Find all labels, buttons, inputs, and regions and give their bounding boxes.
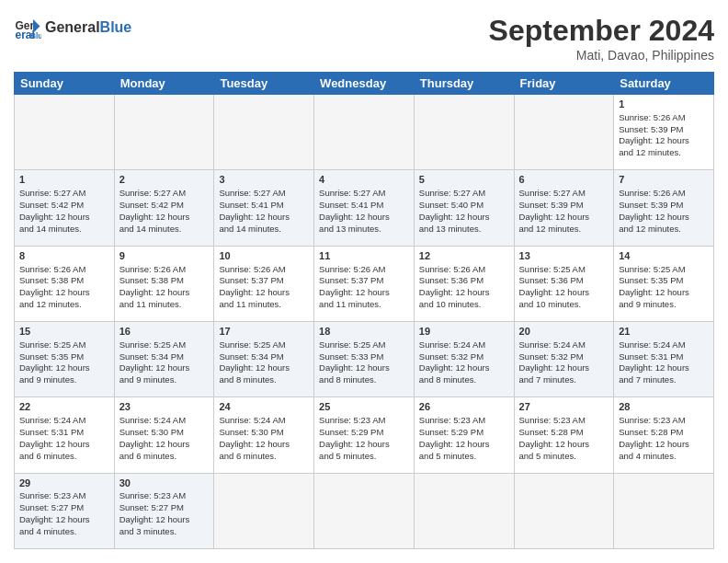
day-info: and 12 minutes.: [519, 224, 609, 236]
table-row: 8Sunrise: 5:26 AMSunset: 5:38 PMDaylight…: [15, 246, 115, 321]
table-row: [314, 95, 415, 170]
day-number: 8: [19, 249, 109, 263]
day-info: and 13 minutes.: [419, 224, 509, 236]
day-number: 11: [319, 249, 409, 263]
calendar-week-row: 1Sunrise: 5:26 AMSunset: 5:39 PMDaylight…: [15, 95, 714, 170]
day-info: Sunrise: 5:25 AM: [119, 339, 210, 351]
day-info: Sunset: 5:37 PM: [319, 275, 409, 287]
table-row: 3Sunrise: 5:27 AMSunset: 5:41 PMDaylight…: [214, 170, 314, 246]
day-info: Sunrise: 5:26 AM: [219, 264, 309, 276]
day-info: Sunset: 5:39 PM: [619, 200, 709, 212]
day-info: Daylight: 12 hours: [19, 514, 109, 526]
table-row: 14Sunrise: 5:25 AMSunset: 5:35 PMDayligh…: [614, 246, 714, 321]
day-info: Sunset: 5:28 PM: [619, 427, 709, 439]
day-info: Sunset: 5:31 PM: [619, 351, 709, 363]
day-info: Sunrise: 5:26 AM: [319, 264, 409, 276]
day-info: Sunrise: 5:27 AM: [319, 188, 409, 200]
day-info: Sunrise: 5:27 AM: [419, 188, 509, 200]
day-info: and 14 minutes.: [219, 224, 309, 236]
day-info: Sunset: 5:41 PM: [319, 200, 409, 212]
day-info: Sunset: 5:39 PM: [519, 200, 609, 212]
day-info: Daylight: 12 hours: [19, 362, 109, 374]
day-info: Sunrise: 5:23 AM: [619, 415, 709, 427]
day-info: Sunset: 5:29 PM: [419, 427, 509, 439]
calendar-week-row: 15Sunrise: 5:25 AMSunset: 5:35 PMDayligh…: [15, 321, 714, 396]
table-row: 16Sunrise: 5:25 AMSunset: 5:34 PMDayligh…: [114, 321, 214, 396]
day-info: and 12 minutes.: [19, 299, 109, 311]
day-info: Daylight: 12 hours: [119, 514, 210, 526]
day-info: and 6 minutes.: [19, 451, 109, 463]
calendar-week-row: 1Sunrise: 5:27 AMSunset: 5:42 PMDaylight…: [15, 170, 714, 246]
day-info: Sunset: 5:32 PM: [419, 351, 509, 363]
day-info: Sunset: 5:35 PM: [619, 275, 709, 287]
day-info: Daylight: 12 hours: [519, 212, 609, 224]
logo-wordmark: GeneralBlue: [45, 19, 131, 36]
day-info: Daylight: 12 hours: [119, 287, 210, 299]
col-wednesday: Wednesday: [314, 73, 415, 95]
day-info: Sunset: 5:27 PM: [119, 502, 210, 514]
day-info: Daylight: 12 hours: [319, 287, 409, 299]
day-info: Sunset: 5:34 PM: [119, 351, 210, 363]
table-row: 15Sunrise: 5:25 AMSunset: 5:35 PMDayligh…: [15, 321, 115, 396]
day-info: and 10 minutes.: [419, 299, 509, 311]
day-info: Sunset: 5:36 PM: [519, 275, 609, 287]
table-row: [414, 473, 514, 548]
day-number: 6: [519, 173, 609, 187]
day-info: Sunrise: 5:25 AM: [19, 339, 109, 351]
day-info: Daylight: 12 hours: [619, 362, 709, 374]
logo-line1: General: [45, 19, 100, 35]
calendar-page: Gen eral Blue GeneralBlue September 2024…: [0, 0, 728, 563]
col-monday: Monday: [114, 73, 214, 95]
day-info: Sunrise: 5:27 AM: [119, 188, 210, 200]
day-info: Daylight: 12 hours: [319, 212, 409, 224]
day-info: Daylight: 12 hours: [19, 439, 109, 451]
day-info: Sunset: 5:37 PM: [219, 275, 309, 287]
day-info: Daylight: 12 hours: [619, 439, 709, 451]
table-row: 6Sunrise: 5:27 AMSunset: 5:39 PMDaylight…: [514, 170, 614, 246]
table-row: [214, 95, 314, 170]
day-info: and 8 minutes.: [419, 374, 509, 386]
day-info: Sunrise: 5:23 AM: [19, 490, 109, 502]
day-number: 7: [619, 173, 709, 187]
day-number: 23: [119, 400, 210, 414]
day-info: and 4 minutes.: [619, 451, 709, 463]
table-row: [614, 473, 714, 548]
table-row: [414, 95, 514, 170]
day-number: 2: [119, 173, 210, 187]
table-row: 27Sunrise: 5:23 AMSunset: 5:28 PMDayligh…: [514, 397, 614, 473]
table-row: [214, 473, 314, 548]
table-row: 9Sunrise: 5:26 AMSunset: 5:38 PMDaylight…: [114, 246, 214, 321]
header: Gen eral Blue GeneralBlue September 2024…: [14, 14, 714, 63]
day-info: Daylight: 12 hours: [219, 212, 309, 224]
day-info: Daylight: 12 hours: [119, 362, 210, 374]
table-row: 29Sunrise: 5:23 AMSunset: 5:27 PMDayligh…: [15, 473, 115, 548]
day-info: Daylight: 12 hours: [519, 362, 609, 374]
table-row: 21Sunrise: 5:24 AMSunset: 5:31 PMDayligh…: [614, 321, 714, 396]
day-info: Daylight: 12 hours: [419, 212, 509, 224]
day-number: 29: [19, 477, 109, 490]
day-info: and 7 minutes.: [619, 374, 709, 386]
day-number: 12: [419, 249, 509, 263]
day-info: Sunrise: 5:25 AM: [519, 264, 609, 276]
table-row: 10Sunrise: 5:26 AMSunset: 5:37 PMDayligh…: [214, 246, 314, 321]
month-title: September 2024: [489, 14, 714, 48]
day-number: 9: [119, 249, 210, 263]
day-info: and 13 minutes.: [319, 224, 409, 236]
day-info: and 9 minutes.: [619, 299, 709, 311]
table-row: 12Sunrise: 5:26 AMSunset: 5:36 PMDayligh…: [414, 246, 514, 321]
day-info: Daylight: 12 hours: [619, 135, 709, 147]
day-info: Daylight: 12 hours: [619, 287, 709, 299]
table-row: [314, 473, 415, 548]
calendar-header: Sunday Monday Tuesday Wednesday Thursday…: [15, 73, 714, 95]
day-number: 22: [19, 400, 109, 414]
table-row: 30Sunrise: 5:23 AMSunset: 5:27 PMDayligh…: [114, 473, 214, 548]
table-row: 23Sunrise: 5:24 AMSunset: 5:30 PMDayligh…: [114, 397, 214, 473]
day-info: and 5 minutes.: [319, 451, 409, 463]
day-info: and 4 minutes.: [19, 526, 109, 538]
day-number: 26: [419, 400, 509, 414]
day-number: 30: [119, 477, 210, 490]
day-info: Sunrise: 5:24 AM: [519, 339, 609, 351]
table-row: 26Sunrise: 5:23 AMSunset: 5:29 PMDayligh…: [414, 397, 514, 473]
day-info: Sunset: 5:39 PM: [619, 124, 709, 136]
calendar-week-row: 8Sunrise: 5:26 AMSunset: 5:38 PMDaylight…: [15, 246, 714, 321]
